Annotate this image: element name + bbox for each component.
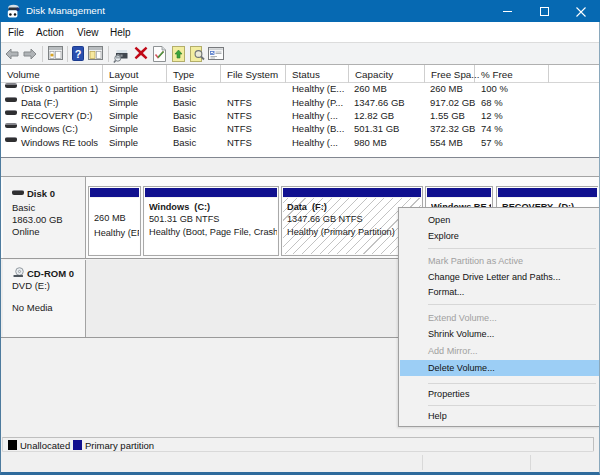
svg-text:?: ?	[75, 48, 82, 60]
